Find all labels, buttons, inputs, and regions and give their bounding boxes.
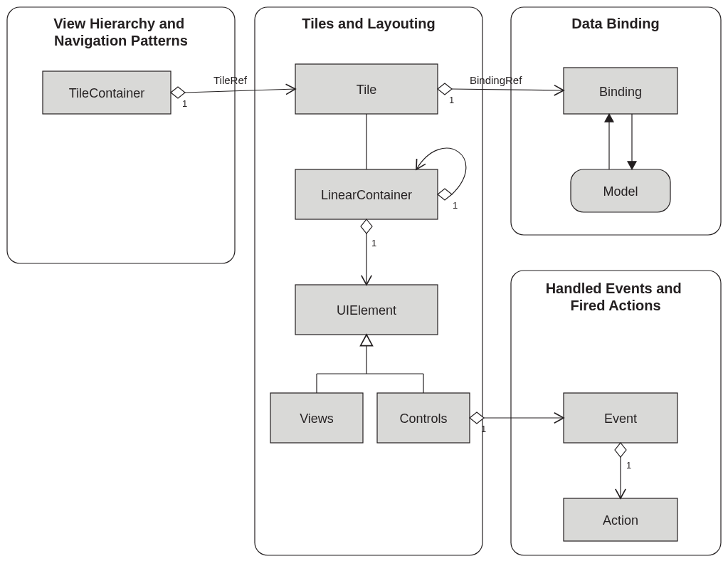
class-controls-label: Controls bbox=[399, 411, 447, 426]
edge-linear-self-card: 1 bbox=[453, 200, 458, 211]
class-action-label: Action bbox=[603, 513, 638, 528]
class-tilecontainer-label: TileContainer bbox=[69, 86, 144, 100]
class-views-label: Views bbox=[300, 411, 334, 426]
class-event-label: Event bbox=[604, 411, 637, 426]
svg-line-1 bbox=[452, 89, 564, 90]
package-events-title: Handled Events and Fired Actions bbox=[546, 280, 686, 313]
edge-linear-uielement: 1 bbox=[361, 219, 376, 285]
edge-tileref-label: TileRef bbox=[213, 74, 248, 86]
svg-line-0 bbox=[185, 89, 295, 93]
class-binding-label: Binding bbox=[599, 85, 642, 99]
package-tiles-title: Tiles and Layouting bbox=[302, 16, 435, 31]
edge-bindingref-card: 1 bbox=[449, 95, 454, 105]
edge-generalization bbox=[317, 335, 423, 393]
class-linearcontainer-label: LinearContainer bbox=[321, 188, 412, 202]
edge-binding-model bbox=[609, 114, 632, 169]
edge-linear-uielement-card: 1 bbox=[371, 238, 376, 248]
edge-bindingref: BindingRef 1 bbox=[438, 74, 564, 105]
edge-event-action-card: 1 bbox=[626, 460, 631, 471]
package-viewnav-title: View Hierarchy and Navigation Patterns bbox=[53, 16, 189, 48]
edge-bindingref-label: BindingRef bbox=[470, 74, 522, 86]
edge-event-action: 1 bbox=[615, 443, 631, 498]
class-uielement-label: UIElement bbox=[337, 303, 396, 318]
uml-diagram: View Hierarchy and Navigation Patterns T… bbox=[0, 0, 728, 561]
package-binding-title: Data Binding bbox=[571, 16, 659, 31]
edge-controls-event-card: 1 bbox=[481, 424, 486, 434]
edge-tileref: TileRef 1 bbox=[171, 74, 295, 109]
class-tile-label: Tile bbox=[357, 83, 376, 97]
class-model-label: Model bbox=[603, 184, 638, 199]
edge-controls-event: 1 bbox=[470, 412, 564, 434]
edge-tileref-card: 1 bbox=[182, 98, 187, 109]
